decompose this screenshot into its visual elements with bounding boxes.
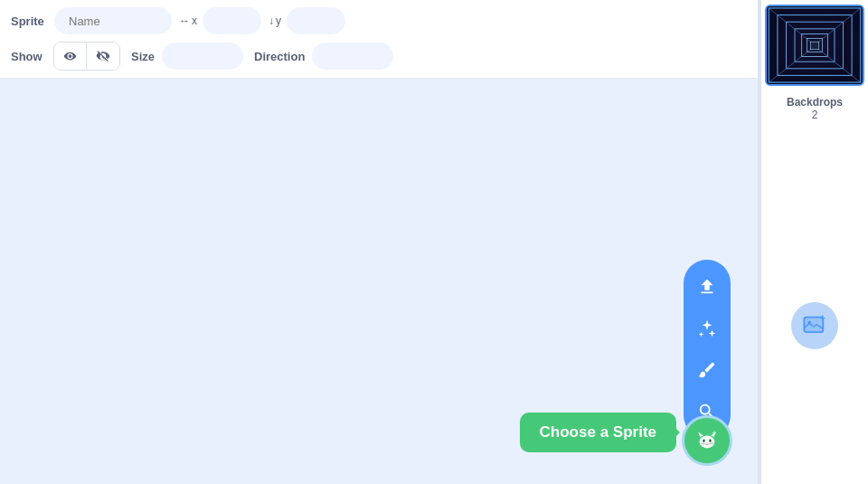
- x-text-label: x: [192, 14, 197, 27]
- choose-sprite-tooltip: Choose a Sprite: [520, 413, 676, 452]
- y-text-label: y: [276, 14, 281, 27]
- backdrop-info: Backdrops 2: [787, 96, 843, 121]
- sprite-row-1: Sprite ↔ x ↓ y: [11, 7, 747, 34]
- stage-area: Choose a Sprite: [0, 79, 758, 484]
- svg-point-5: [703, 440, 704, 442]
- paint-brush-icon: [697, 360, 717, 380]
- upload-sprite-button[interactable]: [687, 267, 727, 307]
- show-visible-button[interactable]: [54, 43, 87, 70]
- right-panel: Backdrops 2 +: [760, 0, 868, 484]
- show-hidden-button[interactable]: [87, 43, 119, 70]
- show-buttons-group: [53, 42, 120, 71]
- y-arrow-label: ↓ y: [269, 14, 281, 27]
- choose-sprite-fab-button[interactable]: +: [682, 415, 732, 466]
- sprite-name-input[interactable]: [54, 7, 172, 34]
- svg-point-6: [710, 440, 711, 442]
- direction-group: Direction: [254, 43, 393, 70]
- surprise-sprite-button[interactable]: [687, 308, 727, 348]
- svg-point-7: [706, 442, 708, 443]
- direction-input[interactable]: [312, 43, 393, 70]
- main-container: Sprite ↔ x ↓ y: [0, 0, 868, 484]
- size-label: Size: [131, 50, 155, 63]
- y-value-input[interactable]: [287, 7, 345, 34]
- svg-rect-21: [810, 42, 819, 50]
- eye-icon: [63, 49, 77, 63]
- sparkle-icon: [697, 318, 717, 338]
- svg-marker-1: [698, 432, 703, 437]
- add-backdrop-button[interactable]: +: [791, 302, 838, 349]
- x-arrow-label: ↔ x: [179, 14, 197, 27]
- svg-text:+: +: [820, 313, 826, 323]
- backdrop-thumbnail[interactable]: [765, 5, 864, 86]
- show-label: Show: [11, 50, 42, 63]
- choose-sprite-text: Choose a Sprite: [540, 423, 656, 441]
- x-arrow-icon: ↔: [179, 14, 190, 27]
- sprite-info-bar: Sprite ↔ x ↓ y: [0, 0, 758, 79]
- paint-sprite-button[interactable]: [687, 350, 727, 390]
- x-value-input[interactable]: [203, 7, 261, 34]
- size-group: Size: [131, 43, 243, 70]
- backdrops-count: 2: [787, 109, 843, 121]
- x-coord-group: ↔ x: [179, 7, 261, 34]
- sprite-panel: Sprite ↔ x ↓ y: [0, 0, 760, 484]
- sprite-label: Sprite: [11, 14, 47, 28]
- svg-text:+: +: [712, 430, 716, 436]
- size-input[interactable]: [162, 43, 243, 70]
- y-arrow-icon: ↓: [269, 14, 274, 27]
- add-backdrop-icon: +: [802, 313, 827, 338]
- upload-icon: [697, 277, 717, 297]
- eye-slash-icon: [96, 49, 110, 63]
- svg-point-0: [700, 435, 715, 448]
- cat-sprite-icon: +: [694, 428, 720, 453]
- y-coord-group: ↓ y: [269, 7, 345, 34]
- sprite-fab-menu: +: [682, 260, 732, 466]
- fab-menu-background: [684, 260, 731, 439]
- sprite-row-2: Show Size: [11, 42, 747, 71]
- direction-label: Direction: [254, 50, 305, 63]
- backdrops-title: Backdrops: [787, 96, 843, 109]
- backdrop-preview-image: [767, 6, 863, 84]
